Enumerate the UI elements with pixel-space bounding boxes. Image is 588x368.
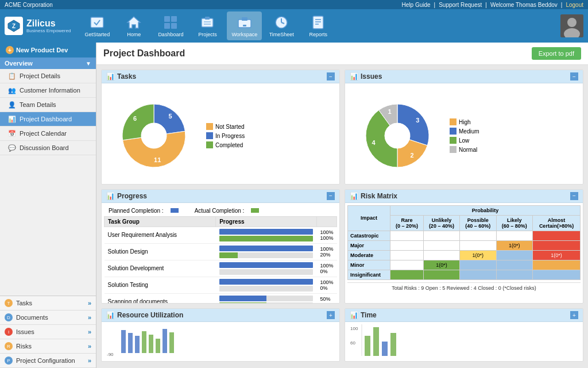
section-arrow-icon: ▼ (86, 60, 91, 67)
nav-dashboard[interactable]: Dashboard (153, 12, 188, 40)
resource-minimize-button[interactable]: + (327, 311, 335, 319)
tasks-bottom-icon: T (5, 299, 13, 307)
progress-col-pct (316, 216, 336, 227)
workspace-icon (237, 14, 253, 30)
cell-catastrophic-rare (390, 231, 423, 240)
sidebar-bottom-risks[interactable]: R Risks » (0, 339, 96, 354)
sidebar-overview-section[interactable]: Overview ▼ (0, 57, 96, 69)
progress-legend: Planned Completion : Actual Completion : (104, 205, 337, 216)
documents-bottom-icon: D (5, 313, 13, 321)
risk-row-minor: Minor 1(0*) (348, 260, 581, 270)
issues-high-label: High (459, 119, 471, 125)
export-pdf-button[interactable]: Export to pdf (532, 47, 581, 60)
nav-workspace[interactable]: Workspace (227, 12, 262, 40)
risks-bottom-label: Risks (16, 343, 32, 350)
progress-minimize-button[interactable]: − (327, 192, 335, 200)
nav-reports[interactable]: Reports (301, 12, 335, 40)
svg-rect-41 (163, 329, 167, 353)
logout-link[interactable]: Logout (566, 2, 583, 8)
time-widget-body: 100 60 (345, 322, 583, 361)
progress-table: Task Group Progress User Requirement Ana… (104, 216, 337, 304)
project-dashboard-icon: 📊 (8, 115, 16, 123)
svg-rect-9 (205, 17, 210, 20)
risk-minimize-button[interactable]: − (570, 192, 578, 200)
issues-widget-title: 📊 Issues (350, 72, 382, 80)
discussion-board-icon: 💬 (8, 144, 16, 152)
top-links: Help Guide | Support Request | Welcome T… (402, 2, 583, 8)
sidebar-item-project-calendar[interactable]: 📅 Project Calendar (0, 126, 96, 141)
issues-normal-label: Normal (459, 147, 477, 153)
issues-normal-color (450, 146, 457, 153)
workspace-label: Workspace (231, 32, 257, 37)
svg-rect-36 (128, 333, 133, 353)
project-config-arrow-icon: » (88, 357, 91, 364)
nav-projects[interactable]: Projects (190, 12, 225, 40)
content-area: Project Dashboard Export to pdf 📊 Tasks … (96, 43, 588, 368)
cell-insig-almost (533, 270, 581, 279)
cell-major-likely: 1(0*) (496, 240, 532, 250)
reports-icon (310, 14, 326, 30)
issues-legend-low: Low (450, 137, 479, 144)
nav-timesheet[interactable]: TimeSheet (264, 12, 299, 40)
cell-catastrophic-likely (496, 231, 532, 240)
tasks-donut-svg: 5116 (111, 93, 197, 179)
resource-widget-title: 📊 Resource Utilization (106, 311, 183, 319)
tasks-arrow-icon: » (88, 300, 91, 306)
nav-getstarted[interactable]: GetStarted (80, 12, 114, 40)
support-request-link[interactable]: Support Request (439, 2, 482, 8)
logo: Z Zilicus Business Empowered (5, 12, 71, 40)
issues-legend-medium: Medium (450, 128, 479, 135)
svg-point-23 (567, 18, 577, 27)
risk-probability-header: Probability (390, 205, 581, 215)
sidebar: New Product Dev Overview ▼ 📋 Project Det… (0, 43, 96, 368)
issues-widget-header: 📊 Issues − (345, 70, 583, 83)
cell-moderate-almost: 1(0*) (533, 250, 581, 260)
sidebar-item-discussion-board[interactable]: 💬 Discussion Board (0, 141, 96, 155)
discussion-board-label: Discussion Board (20, 144, 69, 151)
progress-widget: 📊 Progress − Planned Completion : Actual… (101, 189, 340, 304)
cell-insig-unlikely (423, 270, 459, 279)
issues-arrow-icon: » (88, 328, 91, 335)
issues-low-label: Low (459, 137, 469, 144)
sidebar-project[interactable]: New Product Dev (0, 43, 96, 57)
time-minimize-button[interactable]: + (570, 311, 578, 319)
cell-catastrophic-unlikely (423, 231, 459, 240)
sidebar-bottom-issues[interactable]: I Issues » (0, 325, 96, 339)
issues-medium-label: Medium (459, 128, 479, 135)
sidebar-item-customer-info[interactable]: 👥 Customer Information (0, 83, 96, 98)
resource-widget-header: 📊 Resource Utilization + (102, 309, 339, 322)
sidebar-item-team-details[interactable]: 👤 Team Details (0, 98, 96, 112)
sidebar-item-project-details[interactable]: 📋 Project Details (0, 69, 96, 83)
svg-rect-37 (135, 336, 140, 353)
sidebar-item-project-dashboard[interactable]: 📊 Project Dashboard (0, 112, 96, 126)
sidebar-bottom-tasks[interactable]: T Tasks » (0, 296, 96, 310)
home-label: Home (127, 32, 141, 37)
impact-minor: Minor (348, 260, 390, 270)
getstarted-label: GetStarted (85, 32, 110, 37)
content-header: Project Dashboard Export to pdf (96, 43, 588, 65)
svg-rect-48 (382, 342, 388, 356)
progress-row: Solution Design100%20% (105, 243, 337, 260)
progress-row: Solution Development100%0% (105, 260, 337, 277)
team-details-label: Team Details (20, 101, 56, 108)
time-chart: 100 60 (347, 324, 581, 359)
time-widget-header: 📊 Time + (345, 309, 583, 322)
resource-widget: 📊 Resource Utilization + -90 (101, 308, 340, 362)
issues-minimize-button[interactable]: − (570, 72, 578, 80)
svg-text:-90: -90 (107, 352, 114, 357)
documents-bottom-label: Documents (16, 314, 48, 321)
cell-insig-likely (496, 270, 532, 279)
help-guide-link[interactable]: Help Guide (402, 2, 431, 8)
impact-catastrophic: Catastropic (348, 231, 390, 240)
sidebar-bottom-documents[interactable]: D Documents » (0, 310, 96, 325)
progress-col-progress: Progress (216, 216, 317, 227)
nav-home[interactable]: Home (117, 12, 151, 40)
risk-matrix-table: Impact Probability Rare(0 – 20%) Unlikel… (347, 205, 581, 280)
logo-icon: Z (5, 17, 23, 35)
issues-widget-body: 3241 High Medium (345, 83, 583, 185)
logo-sub: Business Empowered (26, 28, 71, 33)
tasks-minimize-button[interactable]: − (327, 72, 335, 80)
svg-rect-13 (242, 17, 247, 21)
risk-col-rare: Rare(0 – 20%) (390, 215, 423, 231)
sidebar-bottom-project-config[interactable]: P Project Configuration » (0, 354, 96, 368)
